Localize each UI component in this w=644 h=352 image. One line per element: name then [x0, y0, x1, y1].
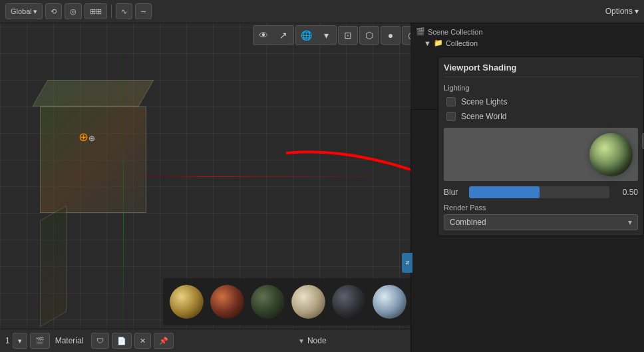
right-panel: Options ▾ 🎬 Scene Collection ▼ 📁 Collect…	[410, 0, 644, 352]
viewport-icon-button[interactable]: 🎬	[30, 333, 50, 349]
scene-world-row: Scene World	[444, 110, 638, 122]
outliner-collection[interactable]: ▼ 📁 Collection	[413, 37, 641, 49]
node-panel-label: ▼ Node	[293, 329, 406, 352]
hdr-ball-2[interactable]	[209, 283, 245, 320]
side-tab-label: N	[404, 261, 410, 265]
curve-button[interactable]: ∿	[116, 3, 132, 19]
close-button[interactable]: ✕	[134, 333, 151, 349]
viewport-top-toolbar: Global ▾ ⟲ ◎ ⊞⊞ ∿ ∼	[0, 0, 410, 23]
node-label-text: Node	[307, 336, 327, 345]
scene-lights-label: Scene Lights	[461, 97, 507, 106]
scene-lights-row: Scene Lights	[444, 96, 638, 108]
hdr-ball-3[interactable]	[249, 283, 286, 320]
shading-eye-button[interactable]: 👁	[253, 26, 273, 45]
shading-chevron-button[interactable]: ▾	[316, 26, 336, 45]
outliner-scene-collection[interactable]: 🎬 Scene Collection	[413, 26, 641, 37]
cube-side-face	[40, 205, 67, 327]
hdr-ball-4[interactable]	[290, 283, 327, 320]
hdr-preview-3	[251, 285, 285, 319]
hdr-preview-1	[170, 285, 204, 319]
blur-value: 0.50	[615, 188, 638, 197]
render-pass-arrow-icon: ▾	[628, 218, 632, 227]
copy-button[interactable]: 📄	[112, 333, 132, 349]
hdr-preview-area[interactable]	[444, 128, 638, 181]
render-pass-section: Render Pass Combined ▾	[444, 204, 638, 230]
shading-solid-button[interactable]: ●	[381, 26, 401, 45]
shading-panel-title: Viewport Shading	[444, 63, 638, 77]
shading-wireframe-button[interactable]: ⬡	[359, 26, 379, 45]
3d-cube	[40, 80, 173, 213]
scene-world-checkbox[interactable]	[446, 112, 456, 121]
cube-top-face	[32, 80, 154, 106]
viewport-shading-buttons: 👁 ↗ 🌐 ▾ ⊡ ⬡ ● ◑ ◕ ◎ ▾	[253, 25, 410, 45]
transform-orientation-button[interactable]: Global ▾	[5, 3, 43, 19]
hdr-ball-1[interactable]	[168, 283, 205, 320]
cube-front-face	[40, 106, 146, 213]
collection-label: Collection	[446, 39, 478, 47]
blur-row: Blur 0.50	[444, 186, 638, 198]
render-pass-value: Combined	[450, 218, 486, 227]
hdr-preview-6	[373, 285, 406, 319]
blur-slider-fill	[469, 186, 540, 198]
shading-type-group: 🌐 ▾	[295, 25, 337, 45]
scene-world-label: Scene World	[461, 112, 506, 121]
shield-button[interactable]: 🛡	[91, 333, 109, 349]
lighting-section-label: Lighting	[444, 84, 638, 92]
hdr-ball-5[interactable]	[331, 283, 367, 320]
shading-sphere-button[interactable]: 🌐	[296, 26, 316, 45]
viewport-3d[interactable]: ⊕ Global ▾ ⟲ ◎ ⊞⊞ ∿ ∼ 👁 ↗ 🌐 ▾ ⊡ ⬡	[0, 0, 410, 352]
hdr-preview-4	[291, 285, 325, 319]
hdr-selected-ball	[589, 133, 633, 176]
scene-lights-checkbox[interactable]	[446, 97, 456, 106]
hdr-preview-container: ⚙	[444, 128, 638, 181]
blur-slider[interactable]	[469, 186, 609, 198]
mode-label: Material	[55, 336, 84, 345]
shading-arrow-button[interactable]: ↗	[273, 26, 293, 45]
scene-collection-icon: 🎬	[416, 27, 425, 36]
global-label: Global	[11, 7, 32, 15]
frame-number: 1	[5, 336, 10, 345]
viewport-shading-panel: Viewport Shading Lighting Scene Lights S…	[438, 57, 644, 236]
options-button[interactable]: Options ▾	[605, 7, 639, 16]
collection-triangle-icon: ▼	[424, 39, 431, 47]
options-arrow-icon: ▾	[635, 7, 639, 16]
shading-mode-group: 👁 ↗	[253, 25, 294, 45]
wave-button[interactable]: ∼	[135, 3, 152, 19]
snap-button[interactable]: ⟲	[45, 3, 62, 19]
scene-collection-label: Scene Collection	[428, 28, 483, 36]
options-label: Options	[605, 7, 633, 16]
blur-label: Blur	[444, 188, 464, 197]
hdr-environment-strip	[163, 278, 410, 325]
proportional-edit-button[interactable]: ◎	[65, 3, 82, 19]
render-pass-section-label: Render Pass	[444, 204, 638, 212]
node-triangle-icon: ▼	[298, 337, 305, 345]
cursor-3d: ⊕	[79, 130, 92, 143]
outliner-header-bar: Options ▾	[410, 0, 644, 23]
side-tab-button[interactable]: N	[402, 253, 412, 273]
shading-texture-button[interactable]: ◑	[402, 26, 410, 45]
frame-dropdown-button[interactable]: ▾	[13, 333, 27, 349]
toolbar-separator	[111, 5, 112, 18]
render-pass-dropdown[interactable]: Combined ▾	[444, 214, 638, 230]
hdr-preview-2	[210, 285, 244, 319]
transform-button[interactable]: ⊞⊞	[84, 3, 107, 19]
hdr-preview-5	[332, 285, 366, 319]
hdr-ball-6[interactable]	[371, 283, 408, 320]
shading-square-button[interactable]: ⊡	[338, 26, 358, 45]
collection-icon: 📁	[434, 39, 443, 47]
pin-button[interactable]: 📌	[154, 333, 174, 349]
chevron-down-icon: ▾	[33, 7, 37, 16]
